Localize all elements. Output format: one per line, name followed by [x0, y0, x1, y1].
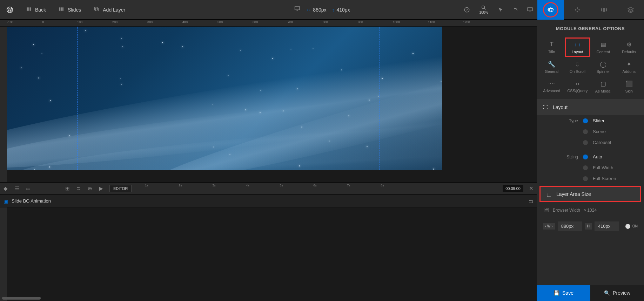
editor-area: -100010020030040050060070080090010001100… — [0, 20, 537, 301]
sizing-radio-fullwidth[interactable] — [583, 165, 588, 170]
sizing-radio-fullscreen[interactable] — [583, 176, 588, 181]
height-badge: H — [585, 223, 592, 230]
slides-button[interactable]: Slides — [52, 0, 87, 20]
wordpress-logo-icon[interactable] — [0, 0, 20, 20]
top-toolbar: Back Slides Add Layer ↔880px ↕410px ? 10… — [0, 0, 644, 20]
add-layer-icon — [94, 6, 99, 13]
options-tab-spinner[interactable]: ◯Spinner — [590, 57, 616, 77]
undo-icon[interactable] — [508, 0, 523, 20]
type-radio-scene[interactable] — [583, 129, 588, 134]
desktop-icon: 🖥 — [543, 206, 549, 214]
tab-icon: ▢ — [601, 80, 606, 88]
zoom-control[interactable]: 100% — [474, 5, 493, 14]
options-tab-asmodal[interactable]: ▢As Modal — [590, 77, 616, 96]
slides-icon — [59, 6, 64, 13]
sizing-label: Sizing — [543, 155, 578, 159]
tab-icon: ▤ — [601, 41, 606, 48]
options-tab-advanced[interactable]: 〰Advanced — [539, 77, 565, 96]
add-layer-button[interactable]: Add Layer — [87, 0, 132, 20]
layer-row-label: Slide BG Animation — [12, 198, 525, 204]
preview-mode-icon[interactable] — [523, 0, 537, 20]
tab-icon: ⇩ — [575, 61, 580, 68]
add-layer-label: Add Layer — [103, 7, 125, 13]
height-display[interactable]: ↕410px — [332, 7, 350, 13]
tab-icon: ⚙ — [626, 41, 632, 48]
type-radio-carousel[interactable] — [583, 140, 588, 145]
preview-button[interactable]: 🔍Preview — [590, 285, 644, 301]
options-tab-skin[interactable]: ⬛Skin — [616, 77, 642, 96]
help-icon[interactable]: ? — [459, 0, 474, 20]
panel-footer: 💾Save 🔍Preview — [537, 285, 644, 301]
tab-icon: 🔧 — [548, 61, 555, 68]
options-tab-addons[interactable]: ✦Addons — [616, 57, 642, 77]
play-icon[interactable]: ▶ — [95, 182, 107, 195]
size-toggle[interactable]: ON — [625, 224, 638, 229]
tab-icon: ◯ — [600, 61, 606, 68]
options-tab-cssjquery[interactable]: ‹›CSS/jQuery — [565, 77, 591, 96]
height-input[interactable] — [595, 221, 619, 231]
tab-icon: ✦ — [626, 61, 631, 68]
slide-canvas[interactable] — [7, 27, 442, 170]
type-radio-slider[interactable] — [583, 118, 588, 123]
browser-width-row: 🖥 Browser Width > 1024 — [537, 202, 644, 218]
panel-title: MODULE GENERAL OPTIONS — [537, 20, 644, 37]
layout-section-header[interactable]: ⛶ Layout — [537, 99, 644, 115]
svg-point-2 — [482, 6, 485, 9]
back-label: Back — [35, 7, 46, 13]
tab-icon: ⬚ — [575, 41, 580, 48]
layer-area-size-header[interactable]: ⬚ Layer Area Size — [539, 186, 641, 202]
sizing-radio-auto[interactable] — [583, 155, 588, 159]
svg-text:?: ? — [466, 8, 468, 12]
globe-icon[interactable]: ⊕ — [84, 182, 95, 195]
folder-icon[interactable]: 🗀 — [528, 198, 533, 204]
desktop-icon[interactable] — [294, 6, 300, 14]
width-input[interactable] — [558, 221, 582, 231]
guide-line[interactable] — [77, 27, 78, 170]
layers-icon[interactable]: ◆ — [0, 182, 11, 195]
layers-tab[interactable] — [617, 0, 644, 20]
options-tab-title[interactable]: TTitle — [539, 37, 565, 57]
save-button[interactable]: 💾Save — [537, 285, 590, 301]
expand-icon: ⛶ — [543, 104, 548, 110]
settings-tab[interactable] — [537, 0, 564, 20]
tab-icon: ‹› — [576, 80, 579, 87]
navigation-tab[interactable] — [564, 0, 591, 20]
snap-icon[interactable]: ⊃ — [73, 182, 84, 195]
options-tab-onscroll[interactable]: ⇩On Scroll — [565, 57, 591, 77]
options-tab-general[interactable]: 🔧General — [539, 57, 565, 77]
slides-label: Slides — [68, 7, 81, 13]
tab-icon: T — [550, 41, 554, 48]
cursor-icon[interactable] — [493, 0, 508, 20]
vertical-ruler — [0, 27, 7, 301]
zoom-pct: 100% — [479, 11, 488, 14]
options-tab-content[interactable]: ▤Content — [590, 37, 616, 57]
tab-icon: 〰 — [549, 80, 555, 87]
grid-icon[interactable]: ⊞ — [62, 182, 73, 195]
image-icon: ▣ — [4, 198, 8, 204]
search-icon: 🔍 — [604, 290, 610, 296]
horizontal-ruler: -100010020030040050060070080090010001100… — [0, 20, 537, 27]
horizontal-scrollbar[interactable] — [2, 297, 41, 300]
vertical-arrows-icon: ↕ — [332, 7, 335, 13]
timeline-layer-row[interactable]: ▣ Slide BG Animation 🗀 — [0, 195, 537, 207]
back-button[interactable]: Back — [20, 0, 52, 20]
save-icon: 💾 — [554, 290, 559, 296]
options-tab-layout[interactable]: ⬚Layout — [565, 37, 591, 57]
timeline-close-icon[interactable]: ✕ — [525, 185, 537, 192]
tab-icon: ⬛ — [625, 80, 633, 88]
width-badge: ‹ W › — [543, 223, 555, 230]
timeline-ruler[interactable]: 1s2s3s4s5s6s7s8s — [134, 182, 503, 195]
timeline-toolbar: ◆ ☰ ▭ ⊞ ⊃ ⊕ ▶ EDITOR 1s2s3s4s5s6s7s8s 00… — [0, 182, 537, 195]
guide-line[interactable] — [380, 27, 380, 170]
canvas-viewport[interactable] — [7, 27, 537, 182]
list-icon[interactable]: ☰ — [11, 182, 22, 195]
folder-icon[interactable]: ▭ — [22, 182, 34, 195]
timeline-time: 00:09:00 — [503, 185, 523, 192]
options-tab-defaults[interactable]: ⚙Defaults — [616, 37, 642, 57]
width-display[interactable]: ↔880px — [306, 7, 326, 13]
slide-options-tab[interactable] — [591, 0, 617, 20]
dimensions-row: ‹ W › H ON — [537, 218, 644, 234]
options-panel: MODULE GENERAL OPTIONS TTitle⬚Layout▤Con… — [537, 20, 644, 301]
timeline-mode[interactable]: EDITOR — [109, 185, 132, 192]
dimension-display: ↔880px ↕410px — [294, 0, 350, 20]
